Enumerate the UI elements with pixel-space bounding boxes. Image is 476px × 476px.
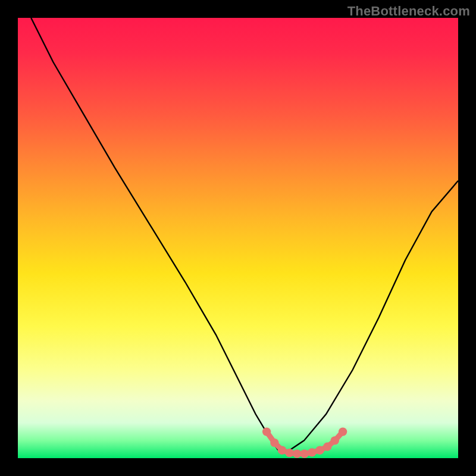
highlight-dot xyxy=(331,436,339,444)
highlight-markers xyxy=(262,427,347,458)
highlight-dot xyxy=(315,446,324,454)
highlight-dot xyxy=(278,446,286,454)
watermark: TheBottleneck.com xyxy=(347,4,470,19)
right-curve xyxy=(282,181,458,454)
highlight-dot xyxy=(270,439,278,447)
highlight-dot xyxy=(262,427,271,436)
left-curve xyxy=(31,18,282,454)
highlight-dot xyxy=(285,449,293,457)
highlight-dot xyxy=(323,443,331,451)
highlight-dot xyxy=(293,449,301,458)
highlight-dot xyxy=(339,427,347,436)
chart-container: TheBottleneck.com xyxy=(0,0,476,476)
highlight-dot xyxy=(300,449,309,458)
highlight-dot xyxy=(308,448,316,456)
chart-svg xyxy=(18,18,458,458)
